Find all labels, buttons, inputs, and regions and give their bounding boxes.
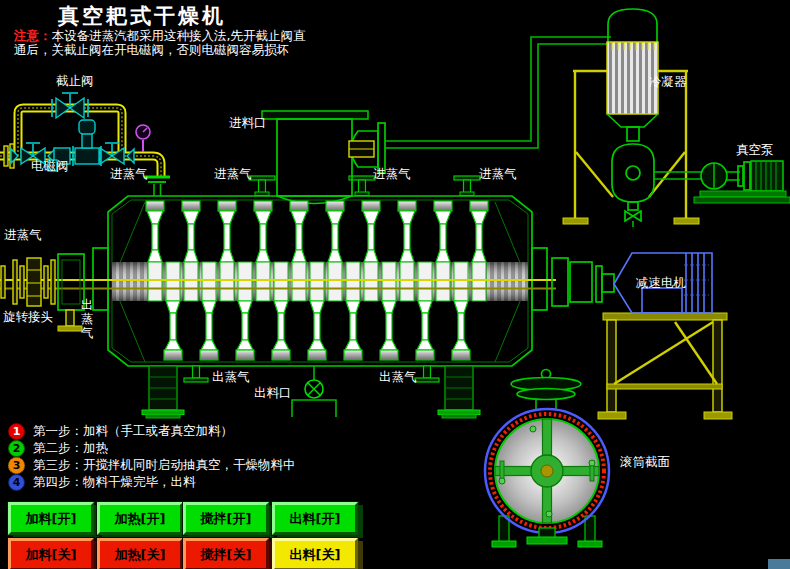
- label-condenser: 冷凝器: [649, 74, 687, 91]
- label-steam-in-2: 进蒸气: [214, 166, 252, 183]
- corner-widget: [768, 559, 790, 569]
- stop-valve-icon: [52, 93, 88, 118]
- feed-hopper: [262, 111, 385, 204]
- steam-outlet-tee: [415, 366, 439, 382]
- vacuum-pump-icon: [654, 161, 790, 203]
- discharge-on-button[interactable]: 出料[开]: [272, 502, 358, 535]
- step-badge-1: 1: [8, 423, 25, 440]
- label-stop-valve: 截止阀: [56, 73, 94, 90]
- step-text-3: 第三步：开搅拌机同时启动抽真空，干燥物料中: [33, 457, 296, 474]
- heat-off-button[interactable]: 加热[关]: [97, 538, 183, 569]
- label-steam-in-left: 进蒸气: [4, 227, 42, 244]
- receiver-tank: [612, 144, 654, 227]
- feed-off-button[interactable]: 加料[关]: [8, 538, 94, 569]
- discharge-valve-icon: [292, 366, 336, 417]
- label-steam-out-1: 出蒸气: [212, 369, 250, 386]
- shaft-coupling: [552, 258, 614, 306]
- step-badge-4: 4: [8, 474, 25, 491]
- discharge-off-button[interactable]: 出料[关]: [272, 538, 358, 569]
- vessel-leg: [438, 366, 480, 418]
- label-vacuum-pump: 真空泵: [736, 142, 774, 159]
- label-steam-in-1: 进蒸气: [110, 166, 148, 183]
- steam-inlet-tee: [454, 176, 480, 196]
- label-discharge-port: 出料口: [254, 385, 292, 402]
- page-title: 真空耙式干燥机: [58, 2, 226, 30]
- step-row-3: 3 第三步：开搅拌机同时启动抽真空，干燥物料中: [8, 457, 296, 474]
- steam-inlet-tee: [249, 176, 275, 196]
- steam-outlet-tee: [184, 366, 208, 382]
- label-gear-motor: 减速电机: [636, 275, 686, 292]
- scada-screen: 真空耙式干燥机 注意：本设备进蒸汽都采用这种接入法,先开截止阀直 通后，关截止阀…: [0, 0, 790, 569]
- pressure-gauge-icon: [136, 125, 150, 152]
- step-text-2: 第二步：加热: [33, 440, 108, 457]
- steam-inlet-tee: [349, 176, 375, 196]
- solenoid-valve-icon: [73, 120, 101, 166]
- heat-on-button[interactable]: 加热[开]: [97, 502, 183, 535]
- warning-note: 注意：本设备进蒸汽都采用这种接入法,先开截止阀直 通后，关截止阀在开电磁阀，否则…: [14, 29, 305, 57]
- note-prefix: 注意：: [14, 28, 52, 43]
- step-text-4: 第四步：物料干燥完毕，出料: [33, 474, 196, 491]
- label-steam-out-vertical: 出蒸气: [80, 298, 94, 340]
- step-row-1: 1 第一步：加料（手工或者真空加料）: [8, 423, 233, 440]
- label-drum-section: 滚筒截面: [620, 454, 670, 471]
- note-line2: 通后，关截止阀在开电磁阀，否则电磁阀容易损坏: [14, 43, 305, 57]
- vapor-pipe: [385, 37, 611, 148]
- stir-off-button[interactable]: 搅拌[关]: [183, 538, 269, 569]
- step-row-4: 4 第四步：物料干燥完毕，出料: [8, 474, 196, 491]
- vessel-leg: [142, 366, 184, 418]
- label-feed-inlet: 进料口: [229, 115, 267, 132]
- label-steam-in-4: 进蒸气: [479, 166, 517, 183]
- step-badge-3: 3: [8, 457, 25, 474]
- drum-cross-section: [485, 370, 609, 548]
- note-line1: 本设备进蒸汽都采用这种接入法,先开截止阀直: [52, 28, 306, 43]
- label-solenoid-valve: 电磁阀: [31, 158, 69, 175]
- step-text-1: 第一步：加料（手工或者真空加料）: [33, 423, 233, 440]
- stir-on-button[interactable]: 搅拌[开]: [183, 502, 269, 535]
- label-steam-in-3: 进蒸气: [373, 166, 411, 183]
- label-steam-out-2: 出蒸气: [379, 369, 417, 386]
- step-badge-2: 2: [8, 440, 25, 457]
- motor-stand: [598, 313, 732, 419]
- label-rotary-joint: 旋转接头: [3, 309, 53, 326]
- feed-on-button[interactable]: 加料[开]: [8, 502, 94, 535]
- step-row-2: 2 第二步：加热: [8, 440, 108, 457]
